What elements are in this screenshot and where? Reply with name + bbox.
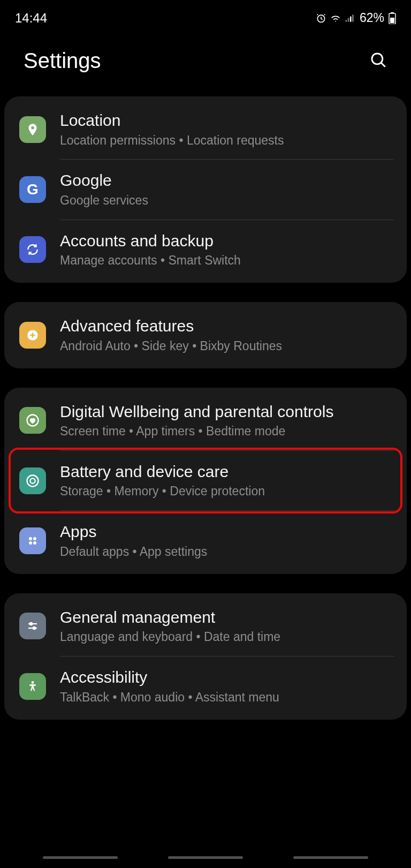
row-title: Location xyxy=(60,110,394,131)
search-icon xyxy=(369,51,387,69)
svg-point-17 xyxy=(33,541,36,545)
svg-point-14 xyxy=(29,537,32,540)
svg-point-13 xyxy=(30,478,35,483)
row-title: Google xyxy=(60,170,394,191)
svg-point-12 xyxy=(27,475,39,486)
battery-percent: 62% xyxy=(360,11,384,25)
row-subtitle: Manage accounts • Smart Switch xyxy=(60,253,394,269)
settings-row-battery[interactable]: Battery and device care Storage • Memory… xyxy=(4,451,407,510)
row-text: Digital Wellbeing and parental controls … xyxy=(60,402,394,440)
svg-point-15 xyxy=(33,537,36,540)
battery-icon xyxy=(389,12,396,24)
svg-rect-2 xyxy=(348,18,349,22)
row-title: Accessibility xyxy=(60,667,394,688)
row-title: Accounts and backup xyxy=(60,231,394,251)
svg-line-9 xyxy=(381,63,385,66)
navigation-bar xyxy=(0,847,411,868)
settings-group: Digital Wellbeing and parental controls … xyxy=(4,388,407,574)
nav-back[interactable] xyxy=(293,856,368,859)
svg-point-16 xyxy=(29,541,32,545)
row-text: Advanced features Android Auto • Side ke… xyxy=(60,316,394,354)
google-icon: G xyxy=(19,176,46,203)
settings-group: General management Language and keyboard… xyxy=(4,593,407,720)
svg-point-20 xyxy=(30,623,32,625)
apps-grid-icon xyxy=(19,527,46,554)
page-title: Settings xyxy=(24,49,101,73)
row-subtitle: Default apps • App settings xyxy=(60,544,394,560)
row-text: Accessibility TalkBack • Mono audio • As… xyxy=(60,667,394,705)
settings-row-accessibility[interactable]: Accessibility TalkBack • Mono audio • As… xyxy=(4,656,407,716)
svg-rect-4 xyxy=(352,14,354,21)
svg-point-8 xyxy=(372,54,383,64)
search-button[interactable] xyxy=(365,47,392,75)
settings-row-wellbeing[interactable]: Digital Wellbeing and parental controls … xyxy=(4,391,407,450)
nav-home[interactable] xyxy=(168,856,243,859)
wifi-icon xyxy=(330,13,341,24)
settings-row-accounts[interactable]: Accounts and backup Manage accounts • Sm… xyxy=(4,220,407,280)
status-bar: 14:44 62% xyxy=(0,0,411,29)
app-header: Settings xyxy=(0,29,411,96)
plus-gear-icon xyxy=(19,322,46,349)
svg-rect-7 xyxy=(390,18,394,23)
heart-circle-icon xyxy=(19,407,46,434)
row-title: Advanced features xyxy=(60,316,394,336)
row-subtitle: Language and keyboard • Date and time xyxy=(60,629,394,645)
row-title: Apps xyxy=(60,522,394,542)
row-text: Google Google services xyxy=(60,170,394,208)
row-text: Apps Default apps • App settings xyxy=(60,522,394,560)
svg-rect-1 xyxy=(346,20,347,21)
settings-group: Location Location permissions • Location… xyxy=(4,96,407,283)
row-subtitle: Google services xyxy=(60,193,394,209)
row-text: Accounts and backup Manage accounts • Sm… xyxy=(60,231,394,269)
row-subtitle: Screen time • App timers • Bedtime mode xyxy=(60,424,394,440)
signal-icon xyxy=(345,13,355,24)
settings-row-general[interactable]: General management Language and keyboard… xyxy=(4,597,407,656)
row-subtitle: Storage • Memory • Device protection xyxy=(60,484,394,500)
row-title: General management xyxy=(60,607,394,628)
row-text: Battery and device care Storage • Memory… xyxy=(60,462,394,500)
settings-row-google[interactable]: G Google Google services xyxy=(4,160,407,219)
location-pin-icon xyxy=(19,116,46,143)
device-care-icon xyxy=(19,467,46,494)
settings-row-apps[interactable]: Apps Default apps • App settings xyxy=(4,511,407,570)
row-subtitle: Location permissions • Location requests xyxy=(60,133,394,149)
row-title: Battery and device care xyxy=(60,462,394,482)
row-subtitle: TalkBack • Mono audio • Assistant menu xyxy=(60,690,394,706)
settings-row-advanced[interactable]: Advanced features Android Auto • Side ke… xyxy=(4,305,407,365)
settings-group: Advanced features Android Auto • Side ke… xyxy=(4,302,407,368)
status-right: 62% xyxy=(316,11,396,25)
svg-point-21 xyxy=(33,627,35,629)
row-text: Location Location permissions • Location… xyxy=(60,110,394,148)
row-title: Digital Wellbeing and parental controls xyxy=(60,402,394,422)
sliders-icon xyxy=(19,613,46,639)
row-subtitle: Android Auto • Side key • Bixby Routines xyxy=(60,338,394,354)
nav-recents[interactable] xyxy=(43,856,118,859)
settings-row-location[interactable]: Location Location permissions • Location… xyxy=(4,100,407,159)
svg-point-22 xyxy=(32,681,34,684)
sync-icon xyxy=(19,236,46,263)
status-time: 14:44 xyxy=(15,11,47,26)
accessibility-icon xyxy=(19,673,46,700)
svg-rect-3 xyxy=(350,16,352,21)
row-text: General management Language and keyboard… xyxy=(60,607,394,645)
alarm-icon xyxy=(316,13,326,24)
